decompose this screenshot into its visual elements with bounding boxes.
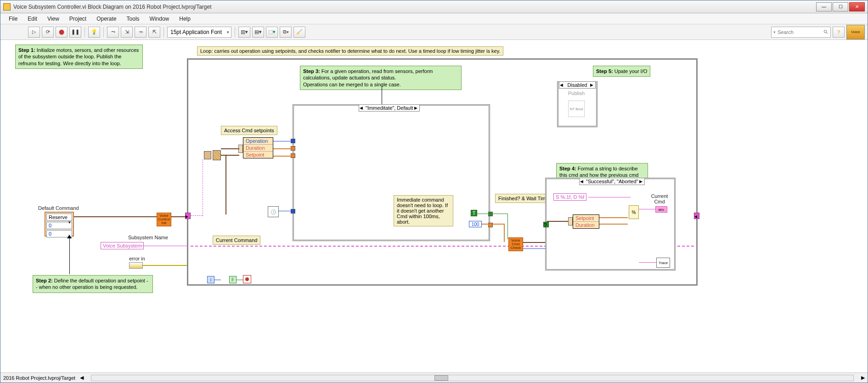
current-cmd-text: Current Cmd: [651, 193, 668, 204]
menu-operate[interactable]: Operate: [92, 15, 121, 23]
wire: [214, 280, 221, 280]
chevron-left-icon[interactable]: ◀: [580, 179, 585, 184]
error-in-control[interactable]: [129, 262, 143, 269]
unbundle-by-name[interactable]: Operation Duration Setpoint: [243, 137, 273, 158]
case-immediate[interactable]: [293, 104, 490, 241]
chevron-right-icon[interactable]: ▶: [861, 375, 865, 381]
chevron-right-icon[interactable]: ▶: [590, 83, 595, 87]
search-box[interactable]: ▾: [771, 27, 831, 38]
run-button[interactable]: ▷: [28, 27, 40, 38]
menu-edit[interactable]: Edit: [23, 15, 42, 23]
case-publish-selector[interactable]: ◀ Disabled ▶: [559, 81, 596, 89]
titlebar: Voice Subsystem Controller.vi Block Diag…: [0, 0, 868, 13]
horizontal-scrollbar[interactable]: [84, 375, 861, 381]
block-diagram-canvas[interactable]: Step 1: Initialize motors, sersors, and …: [0, 40, 868, 372]
note-step2-text: Define the default operation and setpoin…: [36, 278, 148, 290]
note-step3: Step 3: For a given operation, read from…: [300, 66, 462, 90]
iteration-terminal-icon[interactable]: i: [207, 276, 214, 283]
menu-file[interactable]: File: [4, 15, 22, 23]
case-publish-selector-label: Disabled: [568, 82, 587, 88]
arrowhead-step2: [67, 235, 72, 238]
abort-button[interactable]: ⬤: [56, 27, 68, 38]
menu-help[interactable]: Help: [175, 15, 195, 23]
vi-icon[interactable]: Voice: [846, 25, 865, 39]
help-button[interactable]: ?: [833, 27, 845, 38]
chevron-left-icon[interactable]: ◀: [360, 106, 364, 110]
wire: [523, 242, 547, 243]
step-out-button[interactable]: ⇱: [148, 27, 160, 38]
true-constant[interactable]: T: [471, 210, 477, 216]
highlight-exec-button[interactable]: 💡: [88, 27, 100, 38]
format-string-value: S %.1f, D %f: [556, 194, 584, 200]
wire: [523, 248, 546, 249]
feedback-node-icon[interactable]: [204, 151, 211, 159]
chevron-left-icon[interactable]: ◀: [560, 83, 564, 87]
wire: [599, 217, 628, 218]
menu-window[interactable]: Window: [145, 15, 174, 23]
unbundle-element-setpoint: Setpoint: [243, 152, 273, 158]
close-button[interactable]: ✕: [849, 2, 865, 11]
wire: [203, 159, 203, 216]
trace-subvi[interactable]: Trace: [656, 258, 670, 268]
menu-view[interactable]: View: [43, 15, 64, 23]
wire: [273, 141, 292, 141]
wire: [74, 216, 157, 217]
voice-control-init-subvi[interactable]: Voice Control Init: [157, 213, 171, 226]
error-in-label: error in: [129, 256, 145, 261]
subsystem-name-constant[interactable]: Voice Subsystem: [101, 242, 144, 249]
distribute-button[interactable]: ▤▾: [252, 27, 264, 38]
note-immediate: Immediate command doesn't need to loop. …: [394, 195, 453, 226]
toolbar: ▷ ⟳ ⬤ ❚❚ 💡 ⤳ ⇲ ⤼ ⇱ 15pt Application Font…: [0, 24, 868, 40]
shift-register-left[interactable]: ▸: [185, 213, 191, 219]
reserve-ring[interactable]: Reserve: [46, 214, 72, 221]
tunnel: [291, 209, 295, 214]
case-successful-selector[interactable]: ◀ "Successful", "Aborted" ▶: [579, 178, 645, 185]
case-immediate-selector[interactable]: ◀ "Immeditate", Default ▶: [359, 104, 420, 112]
status-project-path: 2016 Robot Project.lvproj/Target: [3, 375, 75, 381]
current-command-text: Current Command: [216, 237, 257, 243]
chevron-left-icon[interactable]: ◀: [80, 375, 84, 381]
cluster-node-icon[interactable]: [213, 150, 221, 160]
case-successful-label: "Successful", "Aborted": [586, 179, 638, 184]
reorder-button[interactable]: ⧉▾: [280, 27, 292, 38]
wire: [588, 197, 631, 197]
wire: [482, 224, 489, 225]
minimize-button[interactable]: —: [816, 2, 832, 11]
cleanup-button[interactable]: 🧹: [293, 27, 305, 38]
timer-icon[interactable]: 🕒: [268, 206, 279, 217]
maximize-button[interactable]: ☐: [833, 2, 848, 11]
vi-icon-label: Voice: [851, 30, 860, 34]
chevron-right-icon[interactable]: ▶: [414, 106, 419, 110]
format-string-constant[interactable]: S %.1f, D %f: [553, 193, 586, 201]
nt-bool-indicator[interactable]: NT Bool: [568, 101, 585, 117]
menu-project[interactable]: Project: [65, 15, 91, 23]
voice-cmd-check-subvi[interactable]: Voice Cmd Check: [508, 237, 523, 251]
default-command-control[interactable]: Reserve 0 0: [45, 212, 74, 237]
note-step2-label: Step 2:: [36, 278, 53, 283]
default-command-label: Default Command: [38, 205, 79, 211]
shift-register-right[interactable]: ◂: [694, 213, 699, 219]
bool-constant[interactable]: F: [229, 276, 237, 283]
note-step4-label: Step 4:: [559, 166, 576, 171]
align-button[interactable]: ▥▾: [238, 27, 250, 38]
step-over-button[interactable]: ⤼: [135, 27, 147, 38]
menu-tools[interactable]: Tools: [122, 15, 144, 23]
retain-wires-button[interactable]: ⤳: [107, 27, 119, 38]
voice-control-init-label: Voice Control Init: [158, 214, 170, 225]
format-into-string-icon[interactable]: %: [629, 205, 639, 219]
svg-point-0: [824, 30, 827, 33]
stop-terminal-icon[interactable]: [243, 275, 251, 283]
font-selector[interactable]: 15pt Application Font: [167, 27, 231, 38]
note-step1-text: Initialize motors, sersors, and other re…: [18, 47, 139, 66]
chevron-right-icon[interactable]: ▶: [639, 179, 644, 184]
abc-indicator[interactable]: abc: [655, 206, 667, 213]
search-input[interactable]: [778, 29, 822, 35]
step-into-button[interactable]: ⇲: [121, 27, 133, 38]
resize-button[interactable]: ⬚▾: [266, 27, 278, 38]
unbundle-element-operation: Operation: [243, 138, 273, 145]
run-continuous-button[interactable]: ⟳: [42, 27, 54, 38]
pause-button[interactable]: ❚❚: [69, 27, 81, 38]
wire: [221, 155, 239, 156]
numeric-constant-100[interactable]: 100: [469, 221, 482, 227]
unbundle-by-name-2[interactable]: Setpoint Duration: [573, 214, 599, 229]
